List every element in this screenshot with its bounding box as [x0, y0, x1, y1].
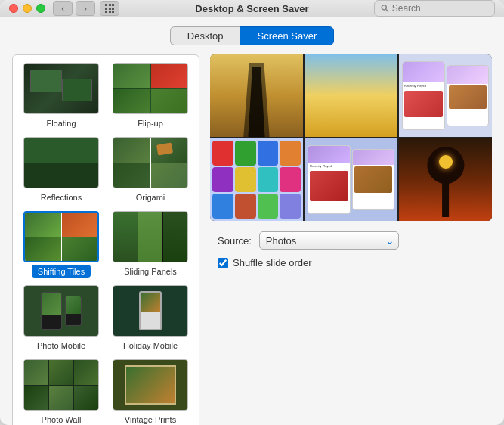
source-label: Source:: [218, 235, 252, 247]
saver-item-sliding-panels[interactable]: Sliding Panels: [108, 209, 193, 279]
title-bar: ‹ › Desktop & Screen Saver: [0, 0, 504, 17]
saver-item-holiday-mobile[interactable]: Holiday Mobile: [108, 284, 193, 353]
preview-cell-4: [210, 138, 303, 221]
saver-item-floating[interactable]: Floating: [19, 61, 104, 131]
svg-point-0: [382, 5, 386, 10]
apps-grid-button[interactable]: [100, 1, 119, 16]
saver-label-wrap-sliding: Sliding Panels: [121, 265, 180, 278]
saver-grid: Floating: [19, 61, 193, 425]
shuffle-label[interactable]: Shuffle slide order: [233, 257, 312, 268]
svg-line-1: [386, 10, 388, 12]
tab-screensaver[interactable]: Screen Saver: [240, 26, 334, 45]
preview-cell-2: [305, 54, 397, 137]
shuffle-row: Shuffle slide order: [218, 257, 492, 268]
saver-item-photo-wall[interactable]: Photo Wall: [19, 358, 104, 425]
saver-label-flipup: Flip-up: [138, 119, 163, 128]
saver-label-reflections: Reflections: [41, 193, 82, 202]
saver-thumb-reflections: [23, 137, 99, 188]
saver-label-floating: Floating: [46, 119, 76, 128]
search-bar[interactable]: [374, 0, 495, 17]
traffic-lights: [9, 4, 45, 13]
saver-label-vintage: Vintage Prints: [125, 415, 176, 424]
saver-thumb-floating: [23, 63, 99, 114]
window-title: Desktop & Screen Saver: [195, 3, 308, 14]
saver-thumb-photowall: [23, 359, 99, 411]
main-panel: Floating: [12, 54, 492, 425]
screensaver-list[interactable]: Floating: [12, 54, 199, 425]
preview-mosaic: Recently Played: [210, 54, 492, 221]
saver-label-wrap-photomobile: Photo Mobile: [34, 339, 88, 352]
saver-label-wrap-flipup: Flip-up: [135, 116, 166, 129]
saver-thumb-vintage: [113, 359, 188, 411]
saver-label-shifting: Shifting Tiles: [38, 267, 85, 276]
nav-buttons: ‹ ›: [53, 1, 95, 16]
search-icon: [381, 4, 389, 13]
saver-label-photowall: Photo Wall: [42, 415, 82, 424]
search-input[interactable]: [392, 3, 488, 14]
source-row: Source: Photos Aperture iPhoto Folder ⌄: [218, 231, 492, 250]
main-window: ‹ › Desktop & Screen Saver Desktop Scree…: [0, 0, 504, 425]
segmented-control: Desktop Screen Saver: [12, 26, 492, 45]
saver-label-holidaymobile: Holiday Mobile: [123, 341, 178, 350]
saver-label-wrap-photowall: Photo Wall: [39, 413, 85, 425]
preview-cell-3: Recently Played: [399, 54, 492, 137]
saver-label-wrap-shifting: Shifting Tiles: [32, 265, 91, 278]
source-select-wrapper: Photos Aperture iPhoto Folder ⌄: [259, 231, 399, 250]
shuffle-checkbox[interactable]: [218, 258, 228, 268]
preview-cell-6: [399, 138, 492, 221]
preview-cell-1: [210, 54, 303, 137]
saver-thumb-photomobile: [23, 285, 99, 337]
saver-item-photo-mobile[interactable]: Photo Mobile: [19, 284, 104, 353]
content-area: Desktop Screen Saver Floating: [0, 17, 504, 425]
saver-item-reflections[interactable]: Reflections: [19, 135, 104, 205]
saver-label-photomobile: Photo Mobile: [37, 341, 85, 350]
saver-thumb-flipup: [113, 63, 188, 114]
grid-dots-icon: [105, 4, 114, 13]
saver-thumb-sliding: [113, 211, 188, 262]
preview-area: Recently Played: [210, 54, 492, 221]
saver-label-wrap-reflections: Reflections: [38, 191, 85, 203]
minimize-button[interactable]: [23, 4, 32, 13]
maximize-button[interactable]: [36, 4, 45, 13]
close-button[interactable]: [9, 4, 18, 13]
saver-item-flipup[interactable]: Flip-up: [108, 61, 193, 131]
saver-item-shifting-tiles[interactable]: Shifting Tiles: [19, 209, 104, 279]
saver-item-origami[interactable]: Origami: [108, 135, 193, 205]
saver-thumb-origami: [113, 137, 188, 188]
source-select[interactable]: Photos Aperture iPhoto Folder: [259, 231, 399, 250]
saver-thumb-holidaymobile: [113, 285, 188, 337]
saver-item-vintage-prints[interactable]: Vintage Prints: [108, 358, 193, 425]
preview-cell-5: Recently Played: [305, 138, 397, 221]
saver-label-origami: Origami: [136, 193, 165, 202]
saver-label-sliding: Sliding Panels: [124, 267, 177, 276]
back-button[interactable]: ‹: [53, 1, 73, 16]
saver-label-wrap-floating: Floating: [43, 116, 79, 129]
saver-thumb-shifting: [23, 211, 99, 262]
forward-button[interactable]: ›: [76, 1, 95, 16]
controls-area: Source: Photos Aperture iPhoto Folder ⌄: [210, 231, 492, 268]
saver-label-wrap-vintage: Vintage Prints: [122, 413, 179, 425]
saver-label-wrap-origami: Origami: [133, 191, 169, 203]
tab-desktop[interactable]: Desktop: [170, 26, 240, 45]
right-panel: Recently Played: [210, 54, 492, 425]
saver-label-wrap-holidaymobile: Holiday Mobile: [120, 339, 181, 352]
